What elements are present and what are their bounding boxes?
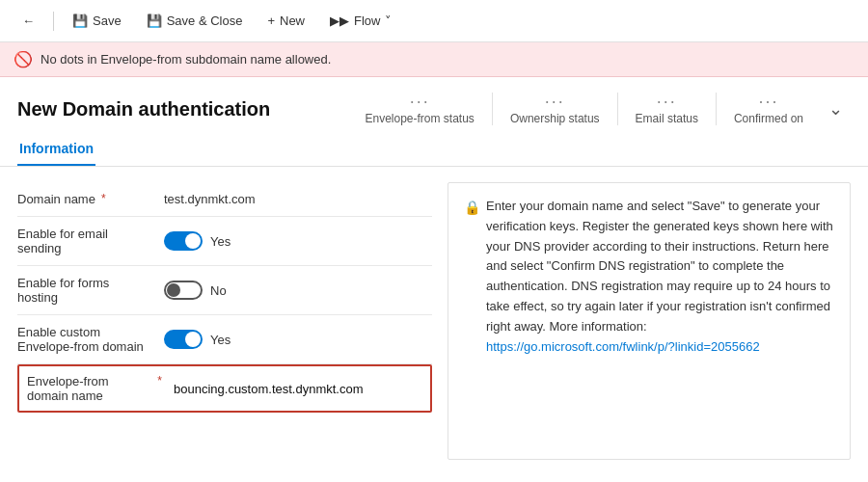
tab-information[interactable]: Information: [17, 133, 95, 166]
form-panel: Domain name * test.dynmkt.com Enable for…: [17, 182, 432, 460]
enable-email-toggle-wrap: Yes: [164, 231, 432, 251]
info-link[interactable]: https://go.microsoft.com/fwlink/p/?linki…: [486, 339, 760, 354]
envelope-domain-name-label: Envelope-from domain name *: [27, 374, 162, 403]
tabs-bar: Information: [0, 133, 868, 167]
status-confirmed: ··· Confirmed on: [717, 93, 821, 125]
new-icon: +: [267, 13, 275, 28]
flow-icon: ▶▶: [330, 13, 349, 28]
status-chevron-button[interactable]: ⌄: [821, 94, 851, 123]
status-ownership: ··· Ownership status: [493, 93, 618, 125]
status-email-dots: ···: [657, 93, 677, 110]
status-envelope-from: ··· Envelope-from status: [347, 93, 492, 125]
enable-envelope-toggle-text: Yes: [210, 333, 231, 347]
status-envelope-from-label: Envelope-from status: [365, 112, 474, 125]
status-envelope-from-dots: ···: [410, 93, 430, 110]
domain-name-row: Domain name * test.dynmkt.com: [17, 182, 432, 217]
back-button[interactable]: ←: [12, 8, 45, 34]
enable-forms-toggle-knob: [167, 283, 180, 297]
toolbar: ← 💾 Save 💾 Save & Close + New ▶▶ Flow ˅: [0, 0, 868, 42]
enable-email-toggle-text: Yes: [210, 234, 231, 249]
save-close-icon: 💾: [147, 13, 162, 28]
enable-forms-toggle[interactable]: [164, 281, 203, 300]
enable-envelope-label: Enable custom Envelope-from domain: [17, 325, 152, 354]
flow-button[interactable]: ▶▶ Flow ˅: [319, 8, 402, 34]
save-button[interactable]: 💾 Save: [62, 8, 132, 34]
enable-envelope-toggle[interactable]: [164, 330, 203, 349]
envelope-domain-name-value: bouncing.custom.test.dynmkt.com: [174, 382, 422, 396]
enable-envelope-toggle-wrap: Yes: [164, 330, 432, 349]
enable-email-row: Enable for email sending Yes: [17, 217, 432, 266]
envelope-domain-name-row: Envelope-from domain name * bouncing.cus…: [17, 364, 432, 413]
save-close-button[interactable]: 💾 Save & Close: [136, 8, 254, 34]
page-title: New Domain authentication: [17, 98, 270, 120]
save-icon: 💾: [72, 13, 88, 28]
status-ownership-label: Ownership status: [510, 112, 600, 125]
error-icon: 🚫: [14, 50, 33, 68]
back-icon: ←: [22, 13, 35, 28]
status-email: ··· Email status: [618, 93, 717, 125]
enable-forms-toggle-wrap: No: [164, 281, 432, 300]
enable-forms-label: Enable for forms hosting: [17, 276, 152, 305]
error-banner: 🚫 No dots in Envelope-from subdomain nam…: [0, 42, 868, 77]
domain-name-value: test.dynmkt.com: [164, 192, 432, 206]
main-content: Domain name * test.dynmkt.com Enable for…: [0, 167, 868, 475]
required-star-envelope: *: [157, 374, 162, 388]
enable-envelope-toggle-knob: [185, 332, 201, 347]
new-button[interactable]: + New: [257, 8, 315, 34]
toolbar-divider: [53, 12, 54, 31]
info-panel: 🔒 Enter your domain name and select "Sav…: [448, 182, 851, 460]
enable-email-label: Enable for email sending: [17, 227, 152, 255]
enable-forms-row: Enable for forms hosting No: [17, 266, 432, 315]
error-message: No dots in Envelope-from subdomain name …: [41, 52, 331, 67]
flow-chevron-icon: ˅: [385, 13, 392, 28]
enable-forms-toggle-text: No: [210, 283, 227, 298]
status-confirmed-label: Confirmed on: [734, 112, 803, 125]
status-email-label: Email status: [636, 112, 698, 125]
enable-envelope-row: Enable custom Envelope-from domain Yes: [17, 315, 432, 364]
lock-icon: 🔒: [464, 197, 480, 218]
domain-name-label: Domain name *: [17, 192, 152, 206]
status-ownership-dots: ···: [545, 93, 565, 110]
info-panel-content: 🔒 Enter your domain name and select "Sav…: [464, 197, 834, 357]
enable-email-toggle[interactable]: [164, 231, 203, 251]
status-bar: ··· Envelope-from status ··· Ownership s…: [347, 93, 851, 125]
status-confirmed-dots: ···: [758, 93, 778, 110]
required-star-domain: *: [101, 192, 106, 205]
enable-email-toggle-knob: [185, 233, 201, 249]
page-header: New Domain authentication ··· Envelope-f…: [0, 77, 868, 133]
info-panel-text: Enter your domain name and select "Save"…: [486, 197, 834, 357]
